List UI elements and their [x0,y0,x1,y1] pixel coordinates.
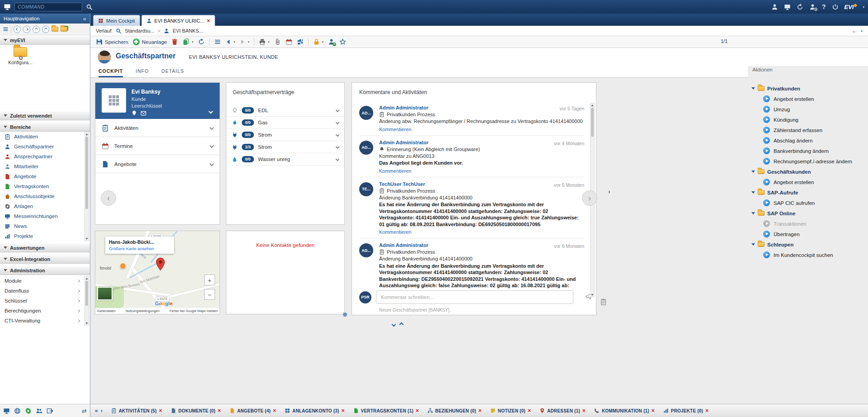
map-terms-link[interactable]: Nutzungsbedingungen [126,309,160,313]
scroll-up-icon[interactable] [85,276,89,280]
nav-up-button[interactable] [33,26,40,33]
sidebar-item-anschlussobjekte[interactable]: Anschlussobjekte [0,191,84,201]
lock-button[interactable]: ▾ [313,38,324,45]
sidebar-item-anlagen[interactable]: Anlagen [0,201,84,211]
dock-tab-notizen[interactable]: NOTIZEN (0)× [490,408,531,413]
zoom-out-button[interactable]: − [204,289,215,300]
close-icon[interactable]: × [207,18,210,24]
close-icon[interactable]: × [273,408,276,413]
chevron-down-icon[interactable] [336,145,339,149]
dock-tab-projekte[interactable]: PROJEKTE (0)× [663,408,708,413]
chevron-down-icon[interactable] [209,109,213,114]
sidebar-item-ansprechpartner[interactable]: Ansprechpartner [0,152,84,161]
action-rechnungsempf-adresse-aendern[interactable]: Rechnungsempf./-adresse ändern [751,156,868,166]
dock-tab-dokumente[interactable]: DOKUMENTE (0)× [171,408,221,413]
menu-icon[interactable] [3,26,9,32]
new-record-button[interactable]: Neuanlage [133,38,167,45]
print-button[interactable]: ▾ [259,38,270,45]
admin-scrollbar[interactable] [84,276,89,326]
power-icon[interactable] [832,4,839,10]
chevron-down-icon[interactable] [336,133,339,137]
section-myevi[interactable]: myEVI [0,35,90,45]
contract-row-wasser[interactable]: 0/0 Wasser unreg [226,153,344,166]
add-folder-button[interactable] [61,27,67,32]
help-icon[interactable]: ? [822,3,826,10]
chevron-down-icon[interactable] [336,109,339,112]
action-group-schleupen[interactable]: Schleupen [751,239,868,250]
support-icon[interactable] [809,4,816,10]
scroll-down-icon[interactable] [591,293,594,297]
scroll-up-icon[interactable] [591,103,594,107]
breadcrumb-item-standardsuche[interactable]: Standardsu... [125,28,154,33]
sidebar-item-angebote[interactable]: Angebote [0,171,84,181]
tab-info[interactable]: INFO [136,66,149,77]
sidebar-item-messeinrichtungen[interactable]: Messeinrichtungen [0,211,84,221]
dock-scroll-prev-icon[interactable]: ‹ [101,408,103,414]
display-icon[interactable] [784,4,791,10]
close-icon[interactable]: × [582,408,586,413]
chevron-down-icon[interactable] [210,162,214,166]
collapse-down-icon[interactable] [392,322,396,327]
modules-button[interactable] [297,38,304,45]
users-icon[interactable] [36,408,42,414]
dock-tab-angebote[interactable]: ANGEBOTE (4)× [230,408,276,413]
history-back-icon[interactable]: ← [851,27,858,34]
splitter-handle[interactable] [342,312,348,317]
dock-tab-anlagenkonto[interactable]: ANLAGENKONTO (3)× [285,408,345,413]
partner-summary-card[interactable]: Evi Banksy Kunde Leerschlüssel [95,83,220,119]
action-angebot-erstellen-gk[interactable]: Angebot erstellen [751,177,868,187]
action-uebertragen[interactable]: Übertragen [751,229,868,239]
comment-author[interactable]: TechUser TechUser [379,181,425,187]
contract-row-strom-2[interactable]: 1/3 Strom [226,141,344,153]
contract-row-edl[interactable]: 0/0 EDL [226,104,344,117]
history-dropdown-icon[interactable]: ▾ [861,29,863,33]
section-zuletzt-verwendet[interactable]: Zuletzt verwendet [0,111,90,120]
section-auswertungen[interactable]: Auswertungen [0,243,90,252]
action-group-sap-aufrufe[interactable]: SAP-Aufrufe [751,187,868,198]
dock-tab-vertragskonten[interactable]: VERTRAGSKONTEN (1)× [353,408,419,413]
next-record-button[interactable]: ▾ [239,39,249,45]
refresh-button[interactable] [198,38,205,45]
action-kuendigung[interactable]: Kündigung [751,114,868,125]
dock-tab-adressen[interactable]: ADRESSEN (1)× [540,408,586,413]
comment-reply-link[interactable]: Kommentieren [379,229,412,235]
comment-input[interactable] [376,290,573,304]
settings-icon[interactable] [25,408,32,414]
sidebar-item-mitarbeiter[interactable]: Mitarbeiter [0,161,84,171]
scroll-down-icon[interactable] [85,237,89,241]
refresh-icon[interactable] [797,4,803,10]
delete-button[interactable] [171,38,178,45]
nav-top-button[interactable] [42,26,49,33]
clipboard-paste-icon[interactable] [600,299,607,306]
export-icon[interactable] [47,408,53,414]
action-group-geschaeftskunden[interactable]: Geschäftskunden [751,166,868,177]
user-icon[interactable] [771,4,778,10]
section-excel-integration[interactable]: Excel-Integration [0,254,90,264]
search-icon[interactable] [86,4,93,10]
scroll-thumb[interactable] [85,137,88,209]
sidebar-item-aktivitaeten[interactable]: Aktivitäten [0,132,84,142]
zoom-in-button[interactable]: + [204,275,215,285]
folder-icon[interactable] [52,27,58,32]
map-thumbnail[interactable] [97,287,113,300]
nav-forward-button[interactable] [23,26,30,33]
action-sap-cic-aufrufen[interactable]: SAP CIC aufrufen [751,198,868,208]
actions-panel-toggle[interactable]: › [608,188,610,195]
comment-reply-link[interactable]: Kommentieren [379,168,412,174]
attachment-button[interactable] [274,38,281,45]
poi-icon[interactable] [120,263,126,269]
breadcrumb-item-record[interactable]: EVI BANKS... [173,28,203,33]
contract-row-gas[interactable]: 0/0 Gas [226,117,344,129]
action-group-sap-online[interactable]: SAP Online [751,208,868,218]
panel-termine[interactable]: Termine [95,137,220,155]
admin-item-schluessel[interactable]: Schlüssel [0,296,84,306]
close-icon[interactable]: × [652,408,655,413]
section-administration[interactable]: Administration [0,265,90,275]
location-pin-icon[interactable] [131,110,137,116]
action-zaehlerstand-erfassen[interactable]: Zählerstand erfassen [751,125,868,135]
close-icon[interactable]: × [416,408,419,413]
prev-record-button[interactable]: ▾ [225,39,235,45]
action-bankverbindung-aendern[interactable]: Bankverbindung ändern [751,146,868,156]
tab-details[interactable]: DETAILS [161,66,184,77]
tab-cockpit[interactable]: COCKPIT [99,66,123,77]
